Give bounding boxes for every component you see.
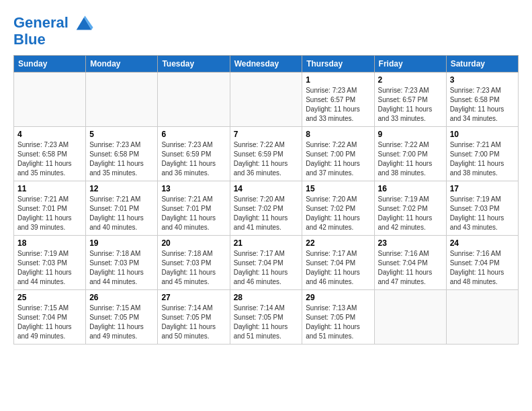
calendar-cell: 5Sunrise: 7:23 AM Sunset: 6:58 PM Daylig…	[86, 127, 158, 181]
calendar-cell	[230, 73, 302, 127]
day-info: Sunrise: 7:23 AM Sunset: 6:58 PM Dayligh…	[17, 140, 82, 178]
calendar-cell: 23Sunrise: 7:16 AM Sunset: 7:04 PM Dayli…	[374, 236, 446, 290]
calendar-cell: 17Sunrise: 7:19 AM Sunset: 7:03 PM Dayli…	[446, 181, 518, 236]
calendar-cell: 16Sunrise: 7:19 AM Sunset: 7:02 PM Dayli…	[374, 181, 446, 236]
page-header: General Blue	[13, 13, 519, 48]
day-number: 28	[234, 293, 299, 302]
calendar-cell: 22Sunrise: 7:17 AM Sunset: 7:04 PM Dayli…	[302, 236, 374, 290]
calendar-cell	[86, 73, 158, 127]
day-info: Sunrise: 7:23 AM Sunset: 6:57 PM Dayligh…	[306, 86, 370, 124]
day-number: 4	[17, 130, 82, 139]
calendar-cell: 4Sunrise: 7:23 AM Sunset: 6:58 PM Daylig…	[14, 127, 86, 181]
calendar-cell	[14, 73, 86, 127]
day-info: Sunrise: 7:21 AM Sunset: 7:01 PM Dayligh…	[161, 195, 226, 232]
day-number: 22	[306, 238, 370, 248]
calendar-cell	[158, 73, 230, 127]
day-number: 18	[17, 238, 82, 248]
calendar-cell: 19Sunrise: 7:18 AM Sunset: 7:03 PM Dayli…	[86, 236, 158, 290]
day-number: 10	[450, 130, 515, 139]
calendar-cell: 21Sunrise: 7:17 AM Sunset: 7:04 PM Dayli…	[230, 236, 302, 290]
calendar-cell: 9Sunrise: 7:22 AM Sunset: 7:00 PM Daylig…	[374, 127, 446, 181]
day-info: Sunrise: 7:17 AM Sunset: 7:04 PM Dayligh…	[234, 249, 299, 287]
calendar-table: SundayMondayTuesdayWednesdayThursdayFrid…	[13, 55, 519, 345]
day-number: 6	[161, 130, 226, 139]
day-number: 16	[378, 184, 443, 193]
week-row-1: 1Sunrise: 7:23 AM Sunset: 6:57 PM Daylig…	[14, 73, 519, 127]
weekday-header-row: SundayMondayTuesdayWednesdayThursdayFrid…	[14, 56, 519, 73]
day-number: 23	[378, 238, 443, 248]
day-info: Sunrise: 7:23 AM Sunset: 6:57 PM Dayligh…	[378, 86, 443, 124]
day-info: Sunrise: 7:16 AM Sunset: 7:04 PM Dayligh…	[378, 249, 443, 287]
logo: General Blue	[13, 13, 94, 48]
day-number: 14	[234, 184, 299, 193]
week-row-2: 4Sunrise: 7:23 AM Sunset: 6:58 PM Daylig…	[14, 127, 519, 181]
day-number: 26	[89, 293, 154, 302]
day-number: 24	[450, 238, 515, 248]
day-info: Sunrise: 7:23 AM Sunset: 6:59 PM Dayligh…	[161, 140, 226, 178]
calendar-cell: 29Sunrise: 7:13 AM Sunset: 7:05 PM Dayli…	[302, 290, 374, 345]
day-info: Sunrise: 7:20 AM Sunset: 7:02 PM Dayligh…	[234, 195, 299, 232]
day-info: Sunrise: 7:22 AM Sunset: 7:00 PM Dayligh…	[378, 140, 443, 178]
day-info: Sunrise: 7:14 AM Sunset: 7:05 PM Dayligh…	[161, 304, 226, 341]
day-number: 21	[234, 238, 299, 248]
day-number: 27	[161, 293, 226, 302]
day-number: 9	[378, 130, 443, 139]
day-info: Sunrise: 7:21 AM Sunset: 7:01 PM Dayligh…	[89, 195, 154, 232]
calendar-cell: 2Sunrise: 7:23 AM Sunset: 6:57 PM Daylig…	[374, 73, 446, 127]
calendar-cell: 25Sunrise: 7:15 AM Sunset: 7:04 PM Dayli…	[14, 290, 86, 345]
day-info: Sunrise: 7:23 AM Sunset: 6:58 PM Dayligh…	[450, 86, 515, 124]
day-number: 2	[378, 75, 443, 85]
weekday-header-thursday: Thursday	[302, 56, 374, 73]
calendar-cell: 13Sunrise: 7:21 AM Sunset: 7:01 PM Dayli…	[158, 181, 230, 236]
day-number: 20	[161, 238, 226, 248]
day-info: Sunrise: 7:15 AM Sunset: 7:05 PM Dayligh…	[89, 304, 154, 341]
calendar-cell: 7Sunrise: 7:22 AM Sunset: 6:59 PM Daylig…	[230, 127, 302, 181]
calendar-cell: 11Sunrise: 7:21 AM Sunset: 7:01 PM Dayli…	[14, 181, 86, 236]
calendar-cell: 14Sunrise: 7:20 AM Sunset: 7:02 PM Dayli…	[230, 181, 302, 236]
day-number: 29	[306, 293, 370, 302]
calendar-cell: 8Sunrise: 7:22 AM Sunset: 7:00 PM Daylig…	[302, 127, 374, 181]
day-info: Sunrise: 7:19 AM Sunset: 7:02 PM Dayligh…	[378, 195, 443, 232]
calendar-cell: 1Sunrise: 7:23 AM Sunset: 6:57 PM Daylig…	[302, 73, 374, 127]
day-number: 7	[234, 130, 299, 139]
week-row-4: 18Sunrise: 7:19 AM Sunset: 7:03 PM Dayli…	[14, 236, 519, 290]
day-number: 12	[89, 184, 154, 193]
day-info: Sunrise: 7:21 AM Sunset: 7:00 PM Dayligh…	[450, 140, 515, 178]
calendar-cell: 10Sunrise: 7:21 AM Sunset: 7:00 PM Dayli…	[446, 127, 518, 181]
calendar-cell: 15Sunrise: 7:20 AM Sunset: 7:02 PM Dayli…	[302, 181, 374, 236]
day-number: 3	[450, 75, 515, 85]
logo-icon	[74, 13, 94, 34]
day-info: Sunrise: 7:13 AM Sunset: 7:05 PM Dayligh…	[306, 304, 370, 341]
calendar-cell	[446, 290, 518, 345]
day-info: Sunrise: 7:23 AM Sunset: 6:58 PM Dayligh…	[89, 140, 154, 178]
day-number: 15	[306, 184, 370, 193]
day-info: Sunrise: 7:21 AM Sunset: 7:01 PM Dayligh…	[17, 195, 82, 232]
week-row-5: 25Sunrise: 7:15 AM Sunset: 7:04 PM Dayli…	[14, 290, 519, 345]
day-info: Sunrise: 7:17 AM Sunset: 7:04 PM Dayligh…	[306, 249, 370, 287]
calendar-cell: 3Sunrise: 7:23 AM Sunset: 6:58 PM Daylig…	[446, 73, 518, 127]
calendar-cell: 24Sunrise: 7:16 AM Sunset: 7:04 PM Dayli…	[446, 236, 518, 290]
day-number: 11	[17, 184, 82, 193]
day-number: 8	[306, 130, 370, 139]
calendar-cell	[374, 290, 446, 345]
day-number: 19	[89, 238, 154, 248]
week-row-3: 11Sunrise: 7:21 AM Sunset: 7:01 PM Dayli…	[14, 181, 519, 236]
day-info: Sunrise: 7:22 AM Sunset: 6:59 PM Dayligh…	[234, 140, 299, 178]
day-info: Sunrise: 7:14 AM Sunset: 7:05 PM Dayligh…	[234, 304, 299, 341]
day-number: 17	[450, 184, 515, 193]
day-number: 5	[89, 130, 154, 139]
day-number: 1	[306, 75, 370, 85]
calendar-cell: 12Sunrise: 7:21 AM Sunset: 7:01 PM Dayli…	[86, 181, 158, 236]
day-info: Sunrise: 7:20 AM Sunset: 7:02 PM Dayligh…	[306, 195, 370, 232]
weekday-header-sunday: Sunday	[14, 56, 86, 73]
day-info: Sunrise: 7:19 AM Sunset: 7:03 PM Dayligh…	[450, 195, 515, 232]
day-number: 13	[161, 184, 226, 193]
weekday-header-tuesday: Tuesday	[158, 56, 230, 73]
day-info: Sunrise: 7:15 AM Sunset: 7:04 PM Dayligh…	[17, 304, 82, 341]
calendar-cell: 18Sunrise: 7:19 AM Sunset: 7:03 PM Dayli…	[14, 236, 86, 290]
day-number: 25	[17, 293, 82, 302]
calendar-cell: 26Sunrise: 7:15 AM Sunset: 7:05 PM Dayli…	[86, 290, 158, 345]
calendar-cell: 27Sunrise: 7:14 AM Sunset: 7:05 PM Dayli…	[158, 290, 230, 345]
day-info: Sunrise: 7:19 AM Sunset: 7:03 PM Dayligh…	[17, 249, 82, 287]
day-info: Sunrise: 7:22 AM Sunset: 7:00 PM Dayligh…	[306, 140, 370, 178]
